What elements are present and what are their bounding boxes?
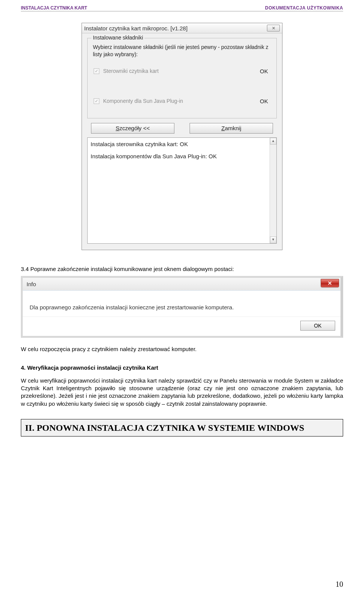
components-groupbox: Instalowane składniki Wybierz instalowan… [87,38,277,118]
close-dialog-button[interactable]: Zamknij [190,123,273,134]
close-button[interactable]: ✕ [267,25,280,32]
groupbox-legend: Instalowane składniki [91,35,144,41]
instruction-text: Wybierz instalowane składniki (jeśli nie… [93,44,271,58]
doc-header: INSTALACJA CZYTNIKA KART DOKUMENTACJA UŻ… [21,5,343,11]
section-ii-title: II. PONOWNA INSTALACJA CZYTNIKA W SYSTEM… [25,422,339,434]
component-label: Komponenty dla Sun Java Plug-in [103,98,183,104]
paragraph-3-4: 3.4 Poprawne zakończenie instalacji komu… [21,265,343,273]
info-dialog: Info ✕ Dla poprawnego zakończenia instal… [21,276,343,338]
installer-title: Instalator czytnika kart mikroproc. [v1.… [84,25,188,32]
scroll-down-icon[interactable]: ▼ [270,236,276,243]
log-textarea: Instalacja sterownika czytnika kart: OK … [87,137,277,244]
component-row: ✓ Sterowniki czytnika kart OK [93,67,271,75]
info-titlebar: Info ✕ [23,278,340,291]
header-right: DOKUMENTACJA UŻYTKOWNIKA [265,5,343,11]
restart-line: W celu rozpoczęcia pracy z czytnikiem na… [21,345,343,353]
header-left: INSTALACJA CZYTNIKA KART [21,5,87,11]
page-number: 10 [336,580,343,589]
details-button[interactable]: Szczegóły << [91,123,174,134]
log-line: Instalacja sterownika czytnika kart: OK [91,140,269,148]
info-message: Dla poprawnego zakończenia instalacji ko… [23,291,340,317]
checkbox-icon[interactable]: ✓ [94,68,99,74]
scroll-up-icon[interactable]: ▲ [270,138,276,145]
checkbox-icon[interactable]: ✓ [94,98,99,104]
installer-titlebar: Instalator czytnika kart mikroproc. [v1.… [82,23,282,33]
installer-dialog: Instalator czytnika kart mikroproc. [v1.… [82,23,282,250]
section-4-title: 4. Weryfikacja poprawności instalacji cz… [21,364,343,372]
scrollbar[interactable]: ▲ ▼ [270,138,276,243]
close-button[interactable]: ✕ [321,279,339,287]
component-label: Sterowniki czytnika kart [103,68,158,74]
component-status: OK [260,68,268,74]
component-row: ✓ Komponenty dla Sun Java Plug-in OK [93,97,271,105]
log-line: Instalacja komponentów dla Sun Java Plug… [91,152,269,161]
info-dialog-title: Info [27,279,36,288]
ok-button[interactable]: OK [300,321,335,331]
component-status: OK [260,98,268,104]
section-4-paragraph: W celu weryfikacji poprawności instalacj… [21,377,343,408]
section-ii-box: II. PONOWNA INSTALACJA CZYTNIKA W SYSTEM… [21,419,343,436]
